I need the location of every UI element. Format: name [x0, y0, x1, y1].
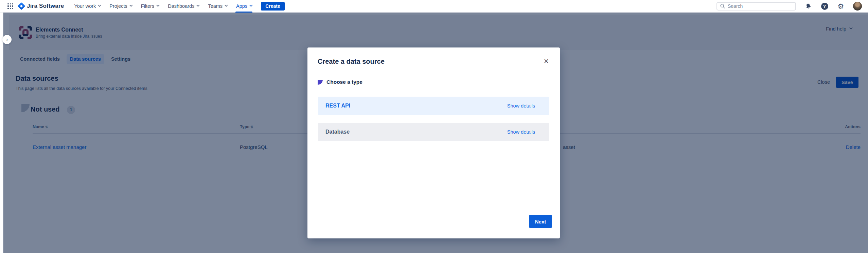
jira-logo[interactable]: Jira Software [19, 3, 64, 9]
chevron-down-icon [98, 3, 101, 7]
content-stage: Elements Connect Bring external data ins… [0, 13, 868, 253]
step-bullet-icon [318, 80, 323, 85]
chevron-down-icon [225, 3, 228, 7]
show-details-link[interactable]: Show details [507, 103, 535, 109]
nav-item-projects[interactable]: Projects [109, 0, 131, 13]
show-details-link[interactable]: Show details [507, 129, 535, 135]
help-icon[interactable]: ? [820, 2, 829, 10]
option-rest-api[interactable]: REST API Show details [318, 97, 549, 115]
modal-close-icon[interactable]: ✕ [542, 56, 551, 66]
search-box[interactable] [716, 2, 796, 11]
chevron-down-icon [249, 3, 253, 7]
app-switcher-icon[interactable] [7, 3, 13, 9]
jira-diamond-icon [18, 2, 25, 10]
create-data-source-modal: Create a data source ✕ Choose a type RES… [307, 47, 560, 238]
nav-item-your-work[interactable]: Your work [74, 0, 100, 13]
nav-item-dashboards[interactable]: Dashboards [168, 0, 199, 13]
modal-title: Create a data source [318, 58, 385, 65]
option-label: REST API [325, 103, 350, 109]
create-button[interactable]: Create [261, 2, 285, 11]
settings-gear-icon[interactable]: ⚙ [837, 2, 845, 10]
chevron-down-icon [129, 3, 133, 7]
search-icon [720, 4, 725, 8]
nav-item-teams[interactable]: Teams [208, 0, 227, 13]
brand-name: Jira Software [27, 3, 64, 9]
modal-step-heading: Choose a type [318, 79, 362, 85]
search-input[interactable] [728, 3, 792, 9]
sidebar-expand-button[interactable]: › [2, 35, 12, 44]
step-title: Choose a type [326, 79, 362, 85]
option-database[interactable]: Database Show details [318, 123, 549, 141]
next-button[interactable]: Next [529, 215, 552, 228]
option-label: Database [325, 129, 350, 135]
chevron-down-icon [156, 3, 160, 7]
nav-item-apps[interactable]: Apps [236, 0, 252, 13]
user-avatar[interactable] [853, 2, 862, 11]
nav-item-filters[interactable]: Filters [141, 0, 159, 13]
chevron-down-icon [196, 3, 200, 7]
top-navigation: Jira Software Your work Projects Filters… [0, 0, 868, 13]
notifications-bell-icon[interactable] [804, 2, 812, 10]
